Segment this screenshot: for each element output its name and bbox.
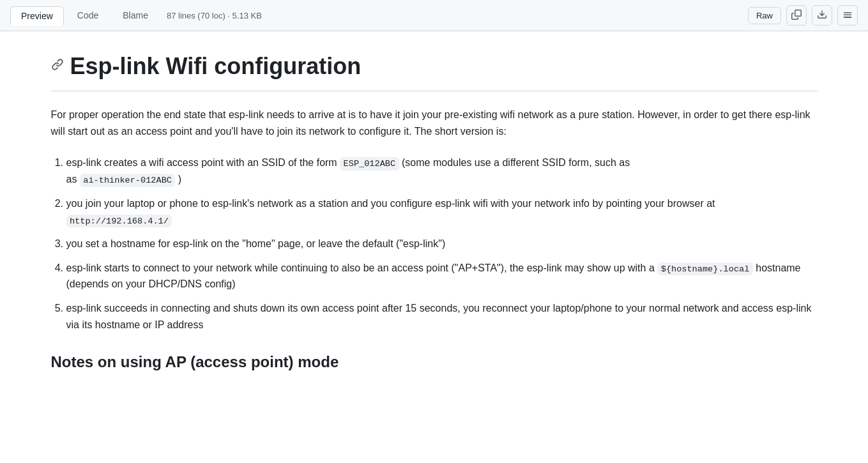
list-item: esp-link creates a wifi access point wit… [66, 155, 818, 188]
list-item-text: esp-link creates a wifi access point wit… [66, 157, 340, 168]
file-info: 87 lines (70 loc) · 5.13 KB [167, 11, 262, 20]
top-bar: Preview Code Blame 87 lines (70 loc) · 5… [0, 0, 868, 31]
list-item: you set a hostname for esp-link on the "… [66, 236, 818, 252]
code-esp012abc: ESP_012ABC [340, 157, 399, 170]
list-item: esp-link starts to connect to your netwo… [66, 260, 818, 292]
steps-list: esp-link creates a wifi access point wit… [51, 155, 818, 333]
content-area: Esp-link Wifi configuration For proper o… [26, 31, 843, 391]
list-item-text: esp-link starts to connect to your netwo… [66, 262, 658, 273]
code-hostname: ${hostname}.local [657, 262, 753, 275]
toolbar-right: Raw [748, 5, 858, 26]
list-item-text: esp-link succeeds in connecting and shut… [66, 303, 812, 330]
raw-button[interactable]: Raw [748, 7, 781, 24]
tab-blame[interactable]: Blame [112, 6, 159, 25]
tab-group: Preview Code Blame 87 lines (70 loc) · 5… [10, 6, 262, 25]
list-item: esp-link succeeds in connecting and shut… [66, 300, 818, 333]
code-ai-thinker: ai-thinker-012ABC [80, 174, 176, 186]
code-url: http://192.168.4.1/ [66, 215, 172, 227]
section-heading: Notes on using AP (access point) mode [51, 353, 818, 371]
tab-preview[interactable]: Preview [10, 6, 64, 26]
page-title: Esp-link Wifi configuration [70, 52, 362, 80]
copy-button[interactable] [786, 5, 807, 26]
list-item-text-2: (some modules use a different SSID form,… [399, 157, 630, 168]
list-item-text-3: as [66, 174, 80, 185]
title-divider [51, 91, 818, 91]
copy-icon [791, 10, 802, 22]
list-icon [842, 10, 853, 22]
anchor-icon[interactable] [51, 58, 64, 74]
list-button[interactable] [837, 5, 858, 26]
list-item-text-4: ) [175, 174, 181, 185]
list-item-text: you set a hostname for esp-link on the "… [66, 238, 446, 249]
list-item: you join your laptop or phone to esp-lin… [66, 195, 818, 228]
list-item-text: you join your laptop or phone to esp-lin… [66, 198, 715, 209]
download-button[interactable] [812, 5, 832, 26]
download-icon [817, 10, 827, 22]
intro-paragraph: For proper operation the end state that … [51, 107, 818, 139]
tab-code[interactable]: Code [66, 6, 109, 25]
title-container: Esp-link Wifi configuration [51, 52, 818, 80]
